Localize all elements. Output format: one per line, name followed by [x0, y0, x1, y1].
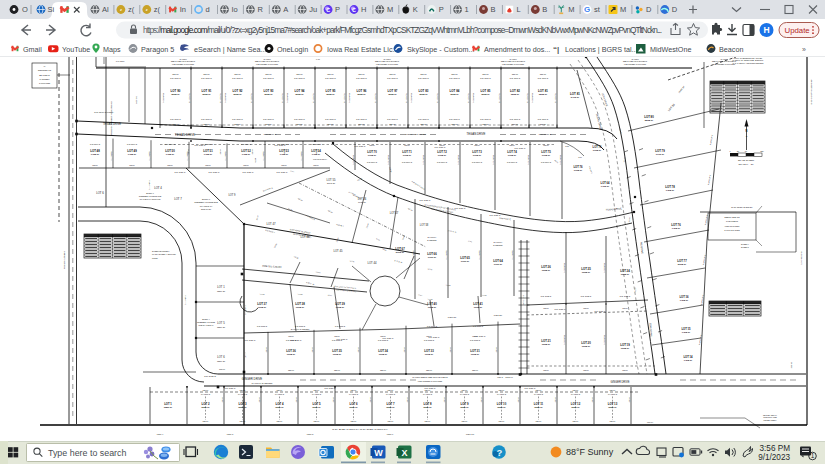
svg-text:125.00': 125.00'	[474, 144, 480, 146]
svg-text:FOR STREET & UTILITIES: FOR STREET & UTILITIES	[172, 63, 195, 65]
svg-text:125.00': 125.00'	[509, 144, 515, 146]
svg-text:N 89°58′00″ E: N 89°58′00″ E	[241, 144, 251, 145]
svg-text:& LIFT STATION: & LIFT STATION	[724, 229, 740, 231]
svg-text:S 89°27′22″ W: S 89°27′22″ W	[225, 387, 236, 389]
svg-text:S 89°27′22″ W: S 89°27′22″ W	[325, 387, 336, 389]
svg-text:C16: C16	[578, 156, 581, 158]
svg-text:S 89°27′22″ W: S 89°27′22″ W	[429, 336, 440, 338]
svg-text:K: K	[413, 5, 418, 14]
svg-text:125.00': 125.00'	[540, 123, 547, 125]
svg-text:17918 SF: 17918 SF	[403, 154, 412, 156]
svg-text:S 0°02′00″ W: S 0°02′00″ W	[564, 335, 565, 345]
svg-text:N 89°58′00″ E: N 89°58′00″ E	[480, 118, 491, 120]
svg-text:BLOCK 1: BLOCK 1	[202, 198, 210, 200]
svg-text:S 1°10′48″ E: S 1°10′48″ E	[184, 294, 186, 304]
svg-text:125.00': 125.00'	[543, 307, 549, 309]
svg-text:z: z	[146, 7, 148, 12]
svg-text:GREENBRIAR RIDGE SUB: GREENBRIAR RIDGE SUB	[194, 201, 218, 203]
svg-text:S 89°27′22″ W: S 89°27′22″ W	[291, 339, 302, 341]
svg-text:MATCH SHEET 4 (SMT RD): MATCH SHEET 4 (SMT RD)	[152, 253, 176, 255]
svg-text:LOT 46: LOT 46	[301, 235, 310, 239]
svg-text:125.00': 125.00'	[499, 389, 505, 391]
svg-text:S 1°10′48″ E: S 1°10′48″ E	[225, 152, 226, 161]
svg-text:125.00': 125.00'	[172, 73, 179, 75]
svg-text:125.00': 125.00'	[622, 369, 628, 371]
svg-text:125.00′: 125.00′	[312, 347, 313, 353]
svg-text:X: X	[401, 448, 407, 458]
svg-text:N 89°58′00″ E: N 89°58′00″ E	[418, 77, 429, 79]
svg-text:N 89°58′00″ E: N 89°58′00″ E	[538, 118, 549, 120]
svg-text:14278 SF: 14278 SF	[684, 359, 693, 361]
svg-text:N 89°58′00″ E: N 89°58′00″ E	[90, 144, 100, 145]
svg-text:Paragon 5: Paragon 5	[141, 45, 174, 54]
svg-text:125.00′: 125.00′	[220, 149, 221, 155]
svg-text:S 89°27′22″ W: S 89°27′22″ W	[525, 387, 536, 389]
svg-text:13908 SF: 13908 SF	[542, 269, 551, 271]
svg-text:14635 SF: 14635 SF	[91, 153, 100, 155]
svg-text:125.00′: 125.00′	[266, 347, 267, 353]
svg-text:17919 SF: 17919 SF	[461, 260, 470, 262]
svg-text:LOT 58: LOT 58	[420, 223, 429, 227]
svg-text:11908 SF: 11908 SF	[428, 306, 437, 308]
svg-text:S 1°10′48″ E: S 1°10′48″ E	[149, 152, 150, 161]
svg-text:LOT 7: LOT 7	[174, 197, 182, 201]
svg-text:11908 SF: 11908 SF	[287, 353, 296, 355]
svg-text:LOT 57: LOT 57	[390, 211, 399, 215]
svg-text:W: W	[374, 448, 383, 458]
svg-text:LOT 8: LOT 8	[307, 433, 314, 436]
svg-text:125.00': 125.00'	[277, 389, 283, 391]
svg-text:S 0°02′00″ W: S 0°02′00″ W	[436, 93, 438, 103]
svg-text:LOT 9: LOT 9	[228, 193, 236, 197]
svg-text:125.00′: 125.00′	[404, 347, 405, 353]
svg-text:12809 SF: 12809 SF	[217, 290, 226, 292]
svg-text:(S 89°58′ E 125.04′): (S 89°58′ E 125.04′)	[313, 159, 328, 160]
svg-text:LOT 4: LOT 4	[154, 186, 162, 190]
svg-text:S 89°27′22″ W: S 89°27′22″ W	[435, 146, 446, 148]
svg-text:125.00′: 125.00′	[555, 397, 556, 403]
svg-text:PEOSTA STREET: PEOSTA STREET	[63, 250, 65, 268]
svg-text:125.00′: 125.00′	[92, 164, 98, 166]
svg-text:N 89°58′00″ E: N 89°58′00″ E	[539, 133, 552, 135]
svg-text:3:56 PM: 3:56 PM	[760, 444, 791, 453]
svg-text:125.00': 125.00'	[451, 73, 458, 75]
svg-text:125.00': 125.00'	[334, 369, 341, 371]
svg-text:S 89°27′22″ W: S 89°27′22″ W	[277, 171, 288, 173]
svg-text:N 89°58′00″ E: N 89°58′00″ E	[449, 118, 460, 120]
svg-text:17918 SF: 17918 SF	[542, 154, 551, 156]
svg-text:N 89°58′00″ E: N 89°58′00″ E	[294, 118, 305, 120]
svg-text:125.00': 125.00'	[203, 420, 209, 422]
svg-text:SCALE IN FEET: SCALE IN FEET	[738, 159, 755, 161]
svg-text:Beacon: Beacon	[719, 45, 743, 54]
svg-text:N 89°58′00″ E: N 89°58′00″ E	[201, 118, 212, 120]
svg-text:N 89°58′00″ E: N 89°58′00″ E	[510, 77, 521, 79]
svg-text:125.00': 125.00'	[203, 389, 209, 391]
svg-text:LOT 4: LOT 4	[157, 433, 164, 436]
svg-text:& STREET: & STREET	[40, 78, 51, 80]
svg-text:S 0°02′00″ W: S 0°02′00″ W	[604, 335, 605, 345]
svg-text:S 0°02′00″ W: S 0°02′00″ W	[349, 93, 350, 103]
svg-text:125.00': 125.00'	[426, 369, 433, 371]
svg-text:S 0°32′38″ E: S 0°32′38″ E	[608, 394, 617, 395]
svg-text:P: P	[335, 5, 340, 14]
svg-text:EASEMENT: EASEMENT	[427, 239, 436, 241]
svg-text:SUB PLAT BKS 14: SUB PLAT BKS 14	[198, 324, 213, 326]
svg-text:O: O	[22, 5, 28, 14]
svg-text:125.00': 125.00'	[536, 420, 542, 422]
svg-text:SHEET 1: SHEET 1	[741, 246, 749, 248]
svg-text:12500 SF: 12500 SF	[571, 406, 580, 408]
svg-text:R: R	[257, 5, 263, 14]
svg-text:N 89°58′00″ E: N 89°58′00″ E	[480, 77, 491, 79]
svg-text:125.00': 125.00'	[314, 420, 320, 422]
svg-text:SE COR. SEC 14: SE COR. SEC 14	[763, 414, 777, 416]
svg-text:Locations | BGRS tal...: Locations | BGRS tal...	[565, 45, 638, 54]
svg-text:S 0°02′00″ W: S 0°02′00″ W	[526, 93, 528, 103]
svg-text:S 89°27′22″ W: S 89°27′22″ W	[515, 147, 526, 149]
svg-text:S 1°19′28″ E: S 1°19′28″ E	[479, 251, 480, 260]
svg-text:Si: Si	[48, 5, 55, 14]
svg-text:S 0°32′38″ E: S 0°32′38″ E	[571, 394, 580, 395]
svg-text:S 0°21′00″ W: S 0°21′00″ W	[353, 155, 354, 165]
svg-text:1: 1	[465, 5, 469, 14]
svg-text:125.00': 125.00'	[265, 123, 272, 125]
svg-text:Gmail: Gmail	[23, 45, 42, 54]
svg-text:2003-00429: 2003-00429	[201, 208, 211, 210]
